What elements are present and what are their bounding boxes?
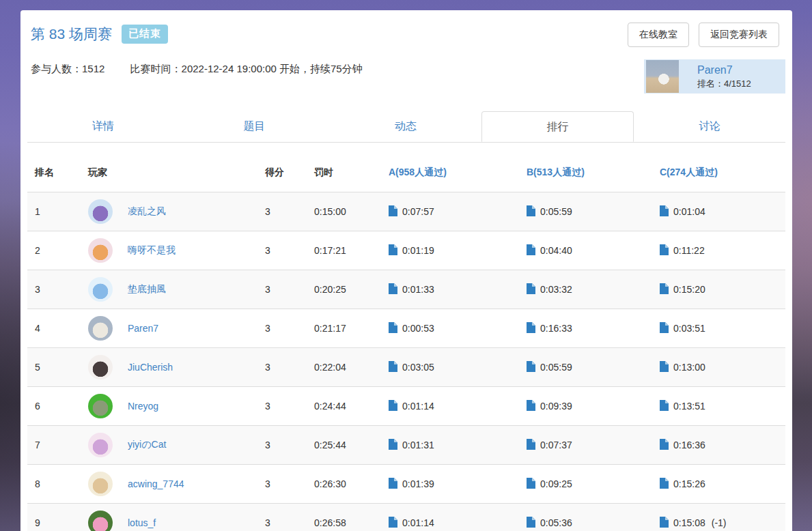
player-name-link[interactable]: 嗨呀不是我 xyxy=(128,244,176,257)
submission-file-icon[interactable] xyxy=(660,400,669,411)
player-name-link[interactable]: 垫底抽風 xyxy=(128,283,166,296)
header-problem-a[interactable]: A(958人通过) xyxy=(389,154,527,192)
problem-a-time: 0:01:14 xyxy=(402,401,434,412)
player-cell: Paren7 xyxy=(88,308,265,347)
problem-a-cell: 0:01:33 xyxy=(389,270,527,308)
submission-file-icon[interactable] xyxy=(660,439,669,450)
player-name-link[interactable]: 凌乱之风 xyxy=(128,205,166,218)
problem-a-time: 0:07:57 xyxy=(402,206,434,217)
submission-file-icon[interactable] xyxy=(660,322,669,333)
rank-cell: 4 xyxy=(27,308,88,347)
problem-c-time: 0:03:51 xyxy=(673,323,705,334)
problem-c-time: 0:01:04 xyxy=(673,206,705,217)
player-name-link[interactable]: lotus_f xyxy=(128,517,156,528)
rank-cell: 6 xyxy=(27,386,88,425)
penalty-cell: 0:24:44 xyxy=(314,386,389,425)
player-avatar[interactable] xyxy=(88,433,113,457)
submission-file-icon[interactable] xyxy=(389,400,397,411)
player-avatar[interactable] xyxy=(88,394,113,418)
problem-a-time: 0:01:33 xyxy=(402,284,434,295)
player-avatar[interactable] xyxy=(88,355,113,379)
penalty-cell: 0:26:58 xyxy=(314,503,389,531)
score-cell: 3 xyxy=(265,425,314,464)
score-cell: 3 xyxy=(265,386,314,425)
rank-cell: 2 xyxy=(27,231,88,270)
tab-ranking[interactable]: 排行 xyxy=(481,111,634,142)
tab-discussion[interactable]: 讨论 xyxy=(634,111,785,142)
player-name-link[interactable]: JiuCherish xyxy=(128,362,173,373)
wrong-attempt-count: (-1) xyxy=(712,517,727,528)
tab-activity[interactable]: 动态 xyxy=(330,111,481,142)
penalty-cell: 0:21:17 xyxy=(314,308,389,347)
submission-file-icon[interactable] xyxy=(660,478,669,489)
player-avatar[interactable] xyxy=(88,277,113,302)
submission-file-icon[interactable] xyxy=(660,244,669,255)
player-name-link[interactable]: Nreyog xyxy=(128,401,158,412)
player-cell: 垫底抽風 xyxy=(88,270,265,308)
submission-file-icon[interactable] xyxy=(660,205,669,216)
submission-file-icon[interactable] xyxy=(527,283,535,294)
problem-c-time: 0:15:26 xyxy=(673,478,705,489)
tab-problems[interactable]: 题目 xyxy=(179,111,331,142)
player-avatar[interactable] xyxy=(88,316,113,341)
player-name-link[interactable]: yiyiのCat xyxy=(128,439,166,451)
problem-a-cell: 0:01:14 xyxy=(389,503,527,531)
header-penalty: 罚时 xyxy=(314,154,389,192)
table-row: 2 嗨呀不是我 3 0:17:21 0:01:19 0:04:40 0:11:2… xyxy=(27,231,785,270)
submission-file-icon[interactable] xyxy=(527,361,535,372)
player-avatar[interactable] xyxy=(88,238,113,263)
problem-c-cell: 0:15:08(-1) xyxy=(660,503,785,531)
submission-file-icon[interactable] xyxy=(660,283,669,294)
online-classroom-button[interactable]: 在线教室 xyxy=(628,23,689,47)
rank-cell: 8 xyxy=(27,464,88,503)
submission-file-icon[interactable] xyxy=(389,205,397,216)
my-rank-card[interactable]: Paren7 排名：4/1512 xyxy=(644,59,785,94)
player-avatar[interactable] xyxy=(88,511,113,531)
player-name-link[interactable]: acwing_7744 xyxy=(128,478,184,489)
header-problem-c[interactable]: C(274人通过) xyxy=(660,154,785,192)
table-header-row: 排名 玩家 得分 罚时 A(958人通过) B(513人通过) C(274人通过… xyxy=(27,154,785,192)
problem-b-cell: 0:09:39 xyxy=(527,386,660,425)
submission-file-icon[interactable] xyxy=(527,244,535,255)
penalty-cell: 0:26:30 xyxy=(314,464,389,503)
problem-b-time: 0:04:40 xyxy=(540,245,572,256)
problem-b-cell: 0:05:59 xyxy=(527,347,660,386)
submission-file-icon[interactable] xyxy=(389,283,397,294)
submission-file-icon[interactable] xyxy=(389,517,397,528)
submission-file-icon[interactable] xyxy=(389,439,397,450)
submission-file-icon[interactable] xyxy=(389,478,397,489)
problem-b-cell: 0:09:25 xyxy=(527,464,660,503)
submission-file-icon[interactable] xyxy=(527,322,535,333)
submission-file-icon[interactable] xyxy=(660,517,669,528)
submission-file-icon[interactable] xyxy=(389,361,397,372)
player-name-link[interactable]: Paren7 xyxy=(128,323,158,334)
submission-file-icon[interactable] xyxy=(389,244,397,255)
back-to-contest-list-button[interactable]: 返回竞赛列表 xyxy=(699,23,779,47)
problem-b-cell: 0:05:36 xyxy=(527,503,660,531)
my-username-link[interactable]: Paren7 xyxy=(697,63,751,77)
problem-a-time: 0:01:19 xyxy=(402,245,434,256)
problem-b-cell: 0:07:37 xyxy=(527,425,660,464)
header-score: 得分 xyxy=(265,154,314,192)
table-row: 3 垫底抽風 3 0:20:25 0:01:33 0:03:32 0:15:20 xyxy=(27,270,785,308)
score-cell: 3 xyxy=(265,231,314,270)
my-avatar[interactable] xyxy=(646,60,679,93)
submission-file-icon[interactable] xyxy=(527,439,535,450)
problem-c-cell: 0:16:36 xyxy=(660,425,785,464)
submission-file-icon[interactable] xyxy=(527,517,535,528)
header-problem-b[interactable]: B(513人通过) xyxy=(527,154,660,192)
problem-a-cell: 0:01:39 xyxy=(389,464,527,503)
submission-file-icon[interactable] xyxy=(389,322,397,333)
page-title: 第 83 场周赛 xyxy=(31,25,112,44)
player-avatar[interactable] xyxy=(88,199,113,224)
contest-header: 第 83 场周赛 已结束 在线教室 返回竞赛列表 参与人数：1512 比赛时间：… xyxy=(24,10,789,111)
tab-details[interactable]: 详情 xyxy=(27,111,179,142)
submission-file-icon[interactable] xyxy=(660,361,669,372)
submission-file-icon[interactable] xyxy=(527,400,535,411)
submission-file-icon[interactable] xyxy=(527,205,535,216)
tab-bar: 详情题目动态排行讨论 xyxy=(27,111,785,143)
problem-c-cell: 0:15:26 xyxy=(660,464,785,503)
score-cell: 3 xyxy=(265,192,314,231)
player-avatar[interactable] xyxy=(88,472,113,496)
submission-file-icon[interactable] xyxy=(527,478,535,489)
